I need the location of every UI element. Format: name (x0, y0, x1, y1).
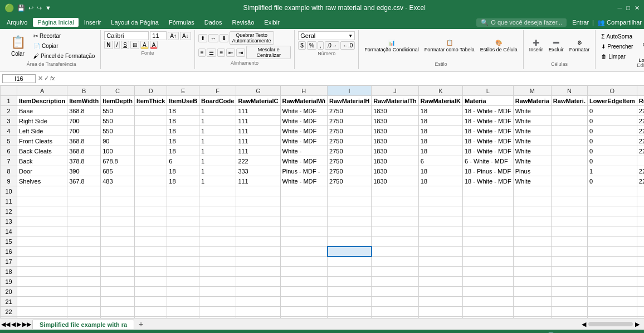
cell[interactable] (280, 196, 328, 206)
row-header-18[interactable]: 18 (1, 267, 17, 277)
cell[interactable]: 18 - White - MDF (462, 126, 513, 136)
cell[interactable] (199, 206, 236, 216)
cell[interactable] (236, 287, 280, 297)
cell[interactable]: White (513, 156, 551, 166)
cell[interactable]: 333 (236, 166, 280, 176)
row-header-20[interactable]: 20 (1, 287, 17, 297)
cell[interactable] (67, 186, 101, 196)
cell[interactable] (67, 277, 101, 287)
cell[interactable] (462, 277, 513, 287)
cell[interactable] (280, 216, 328, 226)
cell[interactable] (134, 226, 167, 237)
cell[interactable] (67, 317, 101, 318)
cell[interactable] (462, 287, 513, 297)
col-header-a[interactable]: A (17, 86, 67, 96)
font-name-input[interactable] (104, 31, 149, 40)
cell[interactable]: ItemDepth (101, 96, 135, 106)
cell[interactable]: Materia (462, 96, 513, 106)
cell[interactable] (637, 216, 644, 226)
cell[interactable]: 18 (167, 116, 199, 126)
cell[interactable] (462, 267, 513, 277)
menu-pagina-inicial[interactable]: Página Inicial (33, 18, 78, 27)
cell[interactable] (101, 247, 135, 257)
cell[interactable] (418, 237, 462, 247)
cell[interactable] (134, 116, 167, 126)
cell[interactable]: 0 (587, 136, 637, 146)
cell[interactable]: Right Side (17, 116, 67, 126)
cell[interactable]: White - MDF (280, 176, 328, 186)
cell[interactable] (17, 317, 67, 318)
cell[interactable] (17, 216, 67, 226)
col-header-g[interactable]: G (236, 86, 280, 96)
cell[interactable] (587, 237, 637, 247)
wrap-text-button[interactable]: Quebrar Texto Automaticamente (230, 31, 274, 45)
cell[interactable] (280, 186, 328, 196)
cell[interactable] (551, 297, 587, 307)
close-button[interactable]: ✕ (635, 4, 640, 12)
cell[interactable] (17, 257, 67, 267)
cell[interactable]: 2750 (328, 146, 372, 156)
cell[interactable] (372, 287, 419, 297)
cell[interactable]: 700 (67, 116, 101, 126)
menu-dados[interactable]: Dados (200, 18, 227, 27)
cell[interactable] (134, 297, 167, 307)
cell[interactable] (513, 196, 551, 206)
h-scrollbar[interactable] (588, 322, 633, 326)
format-button[interactable]: ⚙ Formatar (567, 31, 592, 60)
cell[interactable] (551, 146, 587, 156)
find-select-button[interactable]: 🔍 Localizar e Selecionar (636, 51, 644, 61)
cell[interactable] (372, 247, 419, 257)
font-size-input[interactable] (150, 31, 167, 40)
col-header-c[interactable]: C (101, 86, 135, 96)
cell[interactable]: 22-0.45-white (637, 106, 644, 116)
cell[interactable] (134, 206, 167, 216)
cell[interactable]: 1 (199, 116, 236, 126)
cell[interactable]: 1830 (372, 156, 419, 166)
row-header-4[interactable]: 4 (1, 126, 17, 136)
cell[interactable] (280, 247, 328, 257)
col-header-b[interactable]: B (67, 86, 101, 96)
cell[interactable]: White - MDF (280, 116, 328, 126)
cell[interactable] (418, 186, 462, 196)
cell[interactable] (236, 307, 280, 317)
cell[interactable] (134, 257, 167, 267)
cell[interactable] (134, 156, 167, 166)
row-header-16[interactable]: 16 (1, 247, 17, 257)
cell[interactable]: 368.8 (67, 136, 101, 146)
cell[interactable] (418, 287, 462, 297)
cell[interactable] (101, 216, 135, 226)
cell[interactable] (328, 226, 372, 237)
cell[interactable] (101, 287, 135, 297)
cell[interactable]: 18 (418, 126, 462, 136)
cell[interactable] (17, 226, 67, 237)
cell[interactable]: RawMaterialC (236, 96, 280, 106)
menu-inserir[interactable]: Inserir (80, 18, 106, 27)
col-header-m[interactable]: M (513, 86, 551, 96)
h-scroll-right-button[interactable]: ▶ (635, 321, 640, 328)
cell[interactable]: 1830 (372, 136, 419, 146)
cell[interactable]: 0 (587, 146, 637, 156)
underline-button[interactable]: S (121, 41, 129, 49)
cell[interactable]: 222 (236, 156, 280, 166)
cell[interactable] (17, 247, 67, 257)
cell[interactable] (236, 277, 280, 287)
h-scroll-left-button[interactable]: ◀ (582, 321, 586, 328)
cell[interactable] (167, 196, 199, 206)
row-header-13[interactable]: 13 (1, 216, 17, 226)
number-format-dropdown[interactable]: Geral ▼ (298, 31, 355, 40)
cell[interactable] (17, 196, 67, 206)
cell[interactable] (236, 247, 280, 257)
share-button[interactable]: 👥 Compartilhar (597, 19, 642, 26)
cell[interactable]: Base (17, 106, 67, 116)
cell[interactable]: 22-0.45-white (637, 136, 644, 146)
cell[interactable] (418, 206, 462, 216)
cell[interactable] (551, 317, 587, 318)
row-header-6[interactable]: 6 (1, 146, 17, 156)
cell[interactable]: White - MDF (280, 156, 328, 166)
align-bottom-button[interactable]: ⬇ (219, 34, 228, 42)
cell[interactable] (551, 166, 587, 176)
quick-redo[interactable]: ↪ (37, 4, 42, 12)
border-button[interactable]: ⊞ (130, 41, 139, 49)
cell[interactable] (328, 247, 372, 257)
merge-center-button[interactable]: Mesclar e Centralizar (246, 46, 291, 59)
